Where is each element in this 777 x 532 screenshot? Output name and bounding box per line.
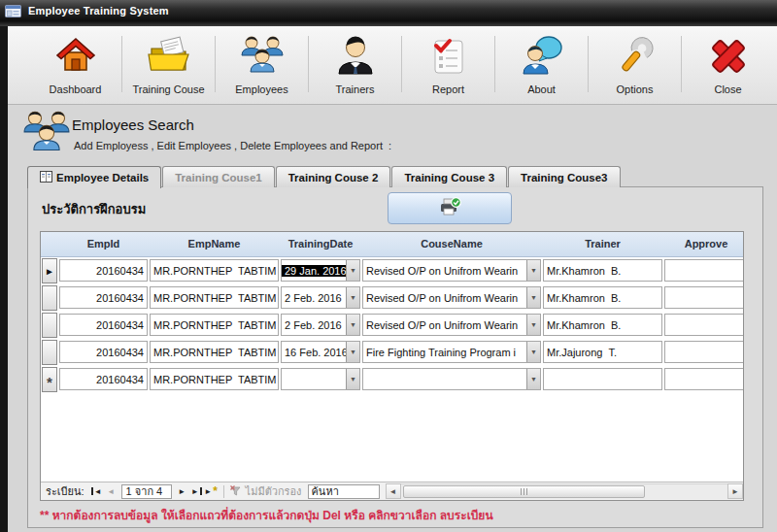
- cell-empid[interactable]: 20160434: [59, 341, 148, 363]
- first-record-button[interactable]: ◄: [89, 484, 104, 499]
- cell-empname[interactable]: MR.PORNTHEP TABTIM: [150, 341, 279, 363]
- close-x-icon: [708, 33, 749, 80]
- column-header-trainingdate[interactable]: TrainingDate: [280, 232, 361, 256]
- report-checklist-icon: [428, 33, 469, 80]
- current-record-arrow: ►: [45, 266, 54, 277]
- row-selector[interactable]: [42, 340, 57, 365]
- next-record-button[interactable]: ►: [175, 484, 189, 499]
- tab-training-couse1[interactable]: Training Couse1: [162, 166, 274, 187]
- grid-header-row: EmpId EmpName TrainingDate CouseName Tra…: [41, 232, 743, 257]
- column-header-empid[interactable]: EmpId: [58, 232, 149, 256]
- toolbar-item-trainers[interactable]: Trainers: [309, 26, 401, 104]
- employees-search-icon: [21, 110, 72, 156]
- course-dropdown-button[interactable]: ▼: [526, 287, 540, 308]
- cell-empid[interactable]: 20160434: [59, 259, 148, 282]
- row-selector-new[interactable]: *: [42, 367, 57, 392]
- cell-cousename[interactable]: ▼: [362, 368, 541, 390]
- tab-page-panel: ประวัติการฝึกอบรม EmpId EmpName Training…: [27, 186, 763, 528]
- scrollbar-track[interactable]: [401, 483, 728, 499]
- date-dropdown-button[interactable]: ▼: [346, 315, 359, 335]
- toolbar-item-options[interactable]: Options: [589, 26, 681, 104]
- cell-approve[interactable]: [664, 341, 744, 363]
- toolbar-item-report[interactable]: Report: [402, 26, 494, 104]
- toolbar-label: Training Couse: [132, 83, 204, 95]
- toolbar-item-close[interactable]: Close: [682, 26, 774, 104]
- date-dropdown-button[interactable]: ▼: [346, 369, 359, 389]
- table-row: 20160434 MR.PORNTHEP TABTIM 2 Feb. 2016▼…: [41, 312, 743, 339]
- row-selector-current[interactable]: ►: [42, 258, 57, 283]
- scroll-right-arrow[interactable]: ►: [727, 483, 743, 499]
- column-header-cousename[interactable]: CouseName: [361, 232, 542, 256]
- course-dropdown-button[interactable]: ▼: [526, 260, 540, 281]
- course-dropdown-button[interactable]: ▼: [526, 342, 540, 362]
- course-dropdown-button[interactable]: ▼: [526, 369, 540, 389]
- form-window-icon: [5, 5, 21, 17]
- cell-trainer[interactable]: Mr.Jajurong T.: [543, 341, 662, 363]
- printer-check-icon: [438, 196, 461, 221]
- tab-label: Training Couse3: [521, 172, 607, 183]
- last-record-button[interactable]: ►: [189, 484, 204, 499]
- new-record-button[interactable]: ►*: [204, 484, 219, 499]
- cell-trainingdate[interactable]: 2 Feb. 2016▼: [281, 286, 360, 309]
- cell-empid[interactable]: 20160434: [59, 314, 148, 336]
- column-header-approve[interactable]: Approve: [663, 232, 744, 256]
- window-left-frame: [0, 26, 8, 532]
- toolbar-label: Close: [714, 83, 741, 95]
- cell-empid[interactable]: 20160434: [59, 368, 148, 390]
- toolbar-label: Report: [432, 83, 464, 95]
- cell-trainingdate[interactable]: 16 Feb. 2016▼: [281, 341, 360, 363]
- toolbar-item-dashboard[interactable]: Dashboard: [29, 26, 121, 104]
- toolbar-label: Trainers: [336, 83, 375, 95]
- print-button[interactable]: [388, 192, 512, 224]
- cell-trainer[interactable]: Mr.Khamron B.: [543, 259, 662, 282]
- folder-document-icon: [147, 33, 191, 80]
- no-filter-label: ไม่มีตัวกรอง: [246, 482, 302, 500]
- scroll-left-arrow[interactable]: ◄: [386, 483, 401, 499]
- toolbar-item-employees[interactable]: Employees: [216, 26, 308, 104]
- cell-trainer[interactable]: Mr.Khamron B.: [543, 314, 662, 336]
- cell-empname[interactable]: MR.PORNTHEP TABTIM: [150, 314, 279, 336]
- record-search-input[interactable]: [308, 484, 380, 499]
- previous-record-button[interactable]: ◄: [104, 484, 118, 499]
- table-row: 20160434 MR.PORNTHEP TABTIM 16 Feb. 2016…: [41, 339, 743, 366]
- cell-cousename[interactable]: Revised O/P on Unifrom Wearin▼: [362, 259, 541, 282]
- cell-empid[interactable]: 20160434: [59, 286, 148, 309]
- delete-hint-footnote: ** หากต้องการลบข้อมูล ให้เลือกแถวที่ต้อง…: [40, 506, 493, 524]
- grid-empty-area: [41, 393, 743, 482]
- course-dropdown-button[interactable]: ▼: [526, 315, 540, 335]
- cell-approve[interactable]: [664, 314, 744, 336]
- cell-trainingdate[interactable]: 29 Jan. 2016▼: [281, 259, 360, 282]
- cell-empname[interactable]: MR.PORNTHEP TABTIM: [150, 286, 279, 309]
- tab-training-couse2[interactable]: Training Couse 2: [276, 166, 391, 187]
- record-position[interactable]: 1 จาก 4: [121, 484, 172, 499]
- cell-approve[interactable]: [664, 259, 744, 282]
- cell-approve[interactable]: [664, 368, 744, 390]
- cell-empname[interactable]: MR.PORNTHEP TABTIM: [150, 259, 279, 282]
- column-header-empname[interactable]: EmpName: [149, 232, 280, 256]
- cell-trainingdate[interactable]: 2 Feb. 2016▼: [281, 314, 360, 336]
- cell-cousename[interactable]: Fire Fighting Training Program i▼: [362, 341, 541, 363]
- home-icon: [55, 33, 96, 80]
- date-dropdown-button[interactable]: ▼: [346, 260, 359, 281]
- cell-trainingdate[interactable]: ▼: [281, 368, 360, 390]
- tab-training-couse3[interactable]: Training Couse 3: [391, 166, 507, 187]
- cell-trainer[interactable]: [543, 368, 662, 390]
- toolbar-item-training-couse[interactable]: Training Couse: [122, 26, 215, 104]
- row-selector[interactable]: [42, 313, 57, 338]
- cell-trainer[interactable]: Mr.Khamron B.: [543, 286, 662, 309]
- tab-training-couse3b[interactable]: Training Couse3: [508, 166, 620, 187]
- toolbar-item-about[interactable]: About: [495, 26, 588, 104]
- cell-empname[interactable]: MR.PORNTHEP TABTIM: [150, 368, 279, 390]
- column-header-trainer[interactable]: Trainer: [542, 232, 663, 256]
- training-history-grid: EmpId EmpName TrainingDate CouseName Tra…: [40, 231, 744, 501]
- tab-label: Training Couse 3: [404, 172, 494, 183]
- filter-status[interactable]: ไม่มีตัวกรอง: [229, 482, 302, 500]
- cell-cousename[interactable]: Revised O/P on Unifrom Wearin▼: [362, 314, 541, 336]
- scrollbar-thumb[interactable]: [403, 485, 645, 498]
- date-dropdown-button[interactable]: ▼: [346, 342, 359, 362]
- cell-approve[interactable]: [664, 286, 744, 309]
- row-selector[interactable]: [42, 285, 57, 311]
- cell-cousename[interactable]: Revised O/P on Unifrom Wearin▼: [362, 286, 541, 309]
- tab-employee-details[interactable]: Employee Details: [27, 166, 161, 188]
- date-dropdown-button[interactable]: ▼: [346, 287, 359, 308]
